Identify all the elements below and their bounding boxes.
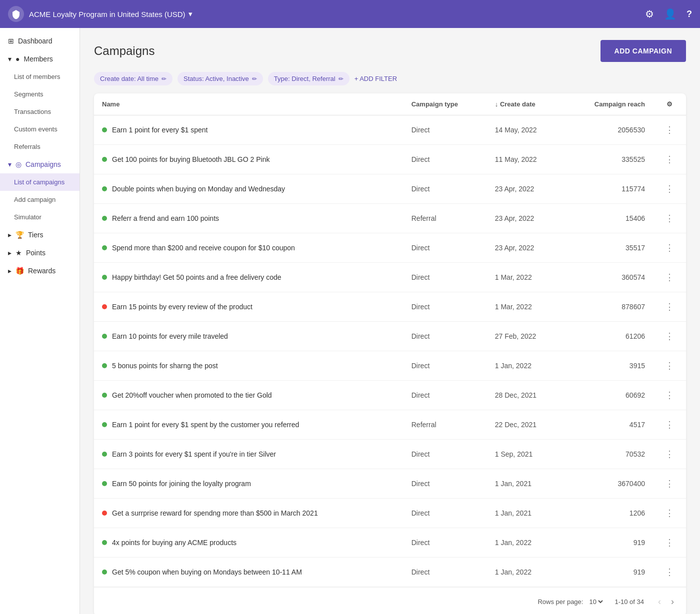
- sidebar-item-tiers[interactable]: ▸ 🏆 Tiers: [0, 226, 80, 244]
- col-header-settings[interactable]: ⚙: [653, 93, 686, 115]
- table-row: Earn 15 points by every review of the pr…: [94, 292, 686, 322]
- cell-reach: 2056530: [564, 115, 653, 145]
- row-menu-button[interactable]: ⋮: [661, 270, 678, 285]
- filter-label-create-date: Create date: All time: [100, 75, 158, 82]
- cell-name: Get 5% coupon when buying on Mondays bet…: [94, 558, 404, 587]
- sidebar-item-dashboard[interactable]: ⊞ Dashboard: [0, 32, 80, 50]
- cell-date: 22 Dec, 2021: [487, 410, 564, 440]
- cell-date: 1 Mar, 2022: [487, 292, 564, 322]
- cell-type: Direct: [404, 115, 487, 145]
- cell-reach: 919: [564, 558, 653, 587]
- row-menu-button[interactable]: ⋮: [661, 240, 678, 255]
- cell-actions: ⋮: [653, 440, 686, 469]
- sidebar-item-list-of-campaigns[interactable]: List of campaigns: [0, 173, 80, 191]
- row-menu-button[interactable]: ⋮: [661, 152, 678, 167]
- sidebar-item-transactions[interactable]: Transactions: [0, 103, 80, 120]
- add-campaign-button[interactable]: ADD CAMPAIGN: [600, 40, 686, 62]
- filter-chip-status[interactable]: Status: Active, Inactive ✏: [178, 72, 263, 85]
- cell-type: Direct: [404, 263, 487, 292]
- filter-label-type: Type: Direct, Referral: [274, 75, 336, 82]
- table-row: Happy birthday! Get 50 points and a free…: [94, 263, 686, 292]
- sidebar-item-campaigns[interactable]: ▾ ◎ Campaigns: [0, 155, 80, 173]
- status-dot: [102, 363, 107, 368]
- row-menu-button[interactable]: ⋮: [661, 565, 678, 580]
- row-menu-button[interactable]: ⋮: [661, 535, 678, 550]
- app-title[interactable]: ACME Loyalty Program in United States (U…: [29, 9, 192, 18]
- expand-icon-tiers: ▸: [8, 231, 12, 239]
- row-menu-button[interactable]: ⋮: [661, 211, 678, 226]
- sidebar-label-transactions: Transactions: [14, 108, 51, 115]
- filters-bar: Create date: All time ✏ Status: Active, …: [94, 72, 686, 85]
- sidebar-label-campaigns: Campaigns: [26, 160, 61, 168]
- help-icon[interactable]: ?: [686, 9, 692, 19]
- cell-date: 23 Apr, 2022: [487, 204, 564, 233]
- sidebar-item-add-campaign[interactable]: Add campaign: [0, 191, 80, 208]
- row-menu-button[interactable]: ⋮: [661, 358, 678, 373]
- row-menu-button[interactable]: ⋮: [661, 447, 678, 462]
- row-menu-button[interactable]: ⋮: [661, 388, 678, 403]
- account-icon[interactable]: 👤: [664, 8, 676, 20]
- campaign-name-text: Earn 3 points for every $1 spent if you'…: [112, 450, 276, 458]
- row-menu-button[interactable]: ⋮: [661, 476, 678, 491]
- row-menu-button[interactable]: ⋮: [661, 506, 678, 521]
- cell-reach: 3915: [564, 351, 653, 381]
- row-menu-button[interactable]: ⋮: [661, 299, 678, 314]
- col-header-create-date[interactable]: ↓ Create date: [487, 93, 564, 115]
- tiers-icon: 🏆: [16, 231, 24, 239]
- filter-chip-type[interactable]: Type: Direct, Referral ✏: [268, 72, 350, 85]
- cell-name: Double points when buying on Monday and …: [94, 174, 404, 204]
- settings-icon[interactable]: ⚙: [645, 8, 654, 20]
- sidebar-item-members[interactable]: ▾ ● Members: [0, 50, 80, 68]
- dropdown-icon[interactable]: ▾: [188, 9, 192, 18]
- cell-type: Direct: [404, 469, 487, 499]
- cell-reach: 919: [564, 528, 653, 558]
- add-filter-button[interactable]: + ADD FILTER: [354, 75, 397, 82]
- row-menu-button[interactable]: ⋮: [661, 329, 678, 344]
- sidebar-item-referrals[interactable]: Referrals: [0, 138, 80, 155]
- sidebar-item-custom-events[interactable]: Custom events: [0, 120, 80, 138]
- sidebar-label-referrals: Referrals: [14, 143, 40, 150]
- row-menu-button[interactable]: ⋮: [661, 122, 678, 137]
- row-menu-button[interactable]: ⋮: [661, 181, 678, 196]
- rows-per-page-select[interactable]: 10 25 50: [587, 598, 604, 606]
- sidebar-label-list-of-members: List of members: [14, 73, 60, 80]
- sidebar-item-segments[interactable]: Segments: [0, 85, 80, 103]
- cell-name: Earn 3 points for every $1 spent if you'…: [94, 440, 404, 469]
- expand-icon-rewards: ▸: [8, 267, 12, 275]
- status-dot: [102, 334, 107, 339]
- table-row: Spend more than $200 and receive coupon …: [94, 233, 686, 263]
- cell-actions: ⋮: [653, 351, 686, 381]
- sidebar-item-list-of-members[interactable]: List of members: [0, 68, 80, 85]
- topbar: ACME Loyalty Program in United States (U…: [0, 0, 700, 28]
- campaign-name-text: Referr a frend and earn 100 points: [112, 214, 219, 222]
- cell-reach: 35517: [564, 233, 653, 263]
- campaign-name-text: Earn 1 point for every $1 spent by the c…: [112, 421, 299, 429]
- campaign-name-text: Get a surrprise reward for spendng more …: [112, 509, 318, 517]
- cell-date: 11 May, 2022: [487, 145, 564, 174]
- cell-type: Direct: [404, 322, 487, 351]
- campaign-name-text: Spend more than $200 and receive coupon …: [112, 244, 295, 252]
- prev-page-button[interactable]: ‹: [654, 595, 665, 609]
- col-header-campaign-reach: Campaign reach: [564, 93, 653, 115]
- sidebar-item-rewards[interactable]: ▸ 🎁 Rewards: [0, 262, 80, 280]
- cell-type: Direct: [404, 381, 487, 410]
- expand-icon-members: ▾: [8, 55, 12, 63]
- next-page-button[interactable]: ›: [667, 595, 678, 609]
- cell-reach: 360574: [564, 263, 653, 292]
- topbar-right: ⚙ 👤 ?: [645, 8, 692, 20]
- status-dot: [102, 511, 107, 516]
- status-dot: [102, 216, 107, 221]
- campaign-name-text: 5 bonus points for sharng the post: [112, 362, 218, 370]
- cell-actions: ⋮: [653, 204, 686, 233]
- cell-type: Direct: [404, 292, 487, 322]
- campaign-name-text: 4x points for buying any ACME products: [112, 539, 236, 547]
- sidebar-item-points[interactable]: ▸ ★ Points: [0, 244, 80, 262]
- table-row: Get 100 points for buying Bluetooth JBL …: [94, 145, 686, 174]
- app-title-text: ACME Loyalty Program in United States (U…: [29, 10, 186, 18]
- cell-actions: ⋮: [653, 263, 686, 292]
- sidebar-item-simulator[interactable]: Simulator: [0, 208, 80, 226]
- cell-reach: 60692: [564, 381, 653, 410]
- row-menu-button[interactable]: ⋮: [661, 417, 678, 432]
- table-settings-icon[interactable]: ⚙: [666, 100, 672, 108]
- filter-chip-create-date[interactable]: Create date: All time ✏: [94, 72, 172, 85]
